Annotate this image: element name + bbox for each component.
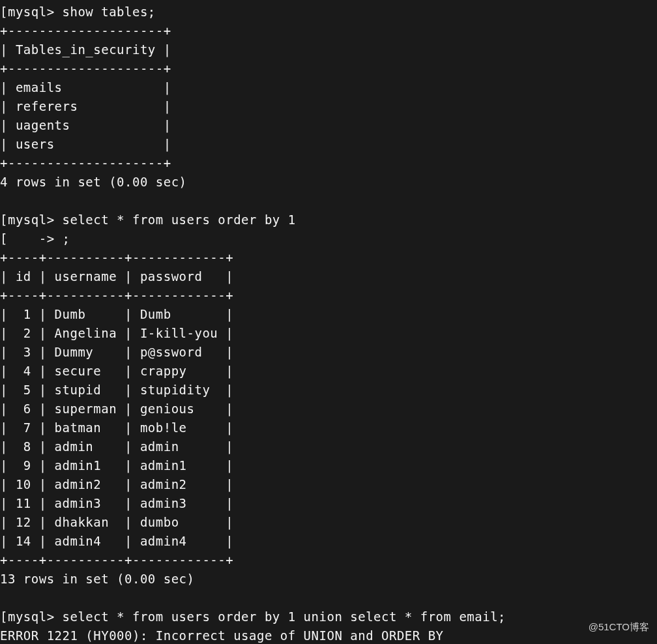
table-row: | 7 | batman | mob!le | (0, 420, 233, 435)
table-border: +----+----------+------------+ (0, 288, 233, 302)
error-line: ERROR 1221 (HY000): Incorrect usage of U… (0, 628, 444, 643)
prompt-continuation: [ -> (0, 231, 63, 246)
table-row: | 9 | admin1 | admin1 | (0, 458, 233, 473)
table-row: | 11 | admin3 | admin3 | (0, 496, 233, 510)
prompt: [mysql> (0, 5, 63, 19)
users-header-row: | id | username | password | (0, 269, 233, 284)
table-row: | 2 | Angelina | I-kill-you | (0, 326, 233, 340)
table-border: +----+----------+------------+ (0, 553, 233, 567)
command-union-error: select * from users order by 1 union sel… (63, 609, 506, 624)
terminal-output[interactable]: [mysql> show tables; +------------------… (0, 0, 657, 644)
table-row: | referers | (0, 99, 171, 113)
table-border: +----+----------+------------+ (0, 250, 233, 265)
table-border: +--------------------+ (0, 61, 171, 76)
table-row: | uagents | (0, 118, 171, 132)
table-border: +--------------------+ (0, 156, 171, 170)
table-row: | 1 | Dumb | Dumb | (0, 307, 233, 321)
result-summary: 4 rows in set (0.00 sec) (0, 175, 187, 189)
tables-header-row: | Tables_in_security | (0, 42, 171, 57)
table-row: | users | (0, 137, 171, 151)
table-row: | emails | (0, 80, 171, 95)
table-row: | 5 | stupid | stupidity | (0, 383, 233, 397)
table-row: | 10 | admin2 | admin2 | (0, 477, 233, 491)
table-row: | 3 | Dummy | p@ssword | (0, 345, 233, 359)
watermark: @51CTO博客 (589, 617, 649, 636)
table-row: | 14 | admin4 | admin4 | (0, 534, 233, 548)
result-summary: 13 rows in set (0.00 sec) (0, 572, 194, 586)
command-show-tables: show tables; (63, 5, 156, 19)
table-row: | 4 | secure | crappy | (0, 364, 233, 378)
prompt: [mysql> (0, 212, 63, 227)
command-select-users: select * from users order by 1 (63, 212, 296, 227)
table-row: | 8 | admin | admin | (0, 439, 233, 454)
table-border: +--------------------+ (0, 23, 171, 38)
command-continuation: ; (63, 231, 70, 246)
table-row: | 6 | superman | genious | (0, 402, 233, 416)
table-row: | 12 | dhakkan | dumbo | (0, 515, 233, 529)
prompt: [mysql> (0, 609, 63, 624)
